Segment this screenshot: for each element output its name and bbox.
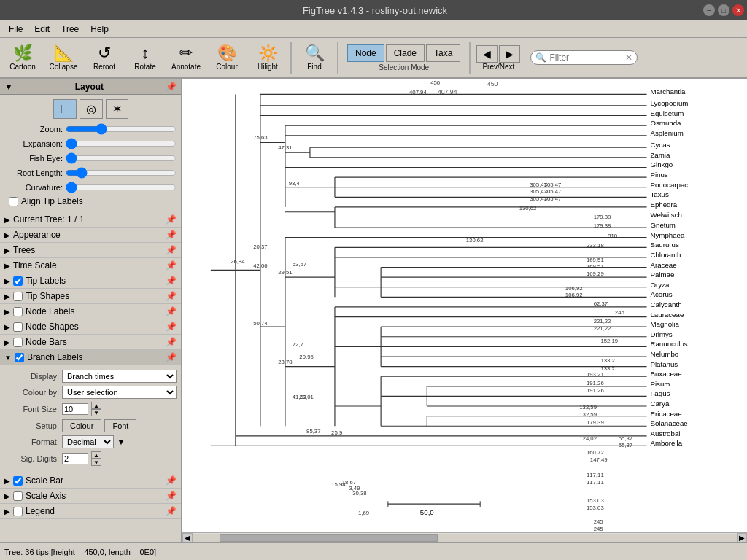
node-shapes-section[interactable]: ▶ Node Shapes 📌	[0, 319, 181, 335]
branch-labels-section-header[interactable]: ▼ Branch Labels 📌	[0, 350, 181, 365]
zoom-slider[interactable]	[66, 123, 177, 135]
colour-button[interactable]: 🎨 Colour	[207, 39, 247, 76]
rotate-button[interactable]: ↕ Rotate	[125, 39, 165, 76]
hilight-button[interactable]: 🔆 Hilight	[248, 39, 287, 76]
svg-text:153,03: 153,03	[587, 505, 604, 511]
node-bars-checkbox[interactable]	[13, 338, 23, 347]
collapse-button[interactable]: 📐 Collapse	[44, 39, 83, 76]
sig-digits-down-button[interactable]: ▼	[91, 459, 101, 466]
statusbar-text: Tree: 36 tips [height = 450,0, length = …	[4, 548, 156, 556]
h-scroll-thumb[interactable]	[220, 534, 437, 542]
expansion-row: Expansion:	[4, 138, 177, 149]
prevnext-buttons: ◀ ▶	[476, 45, 520, 63]
hilight-label: Hilight	[258, 63, 278, 71]
maximize-button[interactable]: □	[718, 4, 729, 16]
svg-text:75,63: 75,63	[253, 134, 267, 141]
reroot-button[interactable]: ↺ Reroot	[85, 39, 124, 76]
svg-text:245: 245	[615, 309, 624, 316]
cartoon-button[interactable]: 🌿 Cartoon	[3, 39, 42, 76]
root-length-slider[interactable]	[66, 167, 177, 179]
branch-labels-checkbox[interactable]	[15, 353, 24, 362]
selection-mode-group: Node Clade Taxa Selection Mode	[347, 44, 460, 71]
taxon-palmae: Palmae	[650, 271, 674, 279]
filter-input[interactable]	[549, 52, 622, 63]
svg-text:152,19: 152,19	[600, 338, 618, 344]
h-scroll-left[interactable]: ◀	[182, 533, 193, 543]
tip-labels-checkbox[interactable]	[13, 276, 23, 286]
font-setup-button[interactable]: Font	[104, 419, 136, 432]
align-tip-labels-checkbox[interactable]	[9, 197, 18, 206]
sig-digits-input[interactable]	[62, 453, 88, 464]
fish-eye-slider[interactable]	[66, 152, 177, 164]
taxon-marchantia: Marchantia	[650, 88, 686, 96]
appearance-section[interactable]: ▶ Appearance 📌	[0, 228, 181, 243]
layout-section-header[interactable]: ▼ Layout 📌	[0, 79, 181, 95]
font-size-down-button[interactable]: ▼	[91, 409, 101, 416]
node-shapes-label: Node Shapes	[26, 322, 79, 332]
legend-pin: 📌	[166, 506, 177, 516]
tree-canvas[interactable]: Marchantia Lycopodium Equisetum Osmunda …	[182, 79, 747, 532]
find-button[interactable]: 🔍 Find	[295, 39, 334, 76]
svg-text:117,11: 117,11	[587, 479, 604, 486]
tip-shapes-section[interactable]: ▶ Tip Shapes 📌	[0, 289, 181, 304]
tip-labels-label: Tip Labels	[26, 276, 66, 286]
minimize-button[interactable]: −	[703, 4, 715, 16]
taxon-buxaceae: Buxaceae	[650, 370, 681, 378]
taxon-pinus: Pinus	[650, 171, 667, 179]
legend-checkbox[interactable]	[13, 507, 23, 516]
colour-icon: 🎨	[217, 45, 237, 61]
display-select[interactable]: Branch times Branch lengths Node ages	[62, 370, 177, 383]
scale-axis-checkbox[interactable]	[13, 491, 23, 501]
sig-digits-up-button[interactable]: ▲	[91, 451, 101, 459]
prevnext-group: ◀ ▶ Prev/Next	[476, 45, 520, 71]
colour-by-select[interactable]: User selection Fixed colour	[62, 386, 177, 399]
legend-section[interactable]: ▶ Legend 📌	[0, 504, 181, 519]
menu-help[interactable]: Help	[85, 23, 115, 36]
time-scale-label: Time Scale	[13, 260, 57, 271]
annotate-button[interactable]: ✏ Annotate	[166, 39, 206, 76]
close-button[interactable]: ✕	[732, 4, 744, 16]
svg-text:28,01: 28,01	[299, 394, 313, 400]
colour-setup-button[interactable]: Colour	[62, 419, 101, 432]
mode-buttons: Node Clade Taxa	[347, 44, 460, 62]
node-labels-checkbox[interactable]	[13, 307, 23, 316]
node-labels-section[interactable]: ▶ Node Labels 📌	[0, 304, 181, 319]
menu-edit[interactable]: Edit	[28, 23, 55, 36]
node-mode-button[interactable]: Node	[347, 44, 384, 62]
format-select[interactable]: Decimal Scientific	[62, 435, 114, 448]
expansion-label: Expansion:	[4, 139, 63, 148]
menu-tree[interactable]: Tree	[55, 23, 85, 36]
next-button[interactable]: ▶	[499, 45, 520, 63]
rectangular-tree-button[interactable]: ⊢	[53, 99, 77, 119]
time-scale-section[interactable]: ▶ Time Scale 📌	[0, 258, 181, 273]
current-tree-section[interactable]: ▶ Current Tree: 1 / 1 📌	[0, 212, 181, 228]
h-scrollbar[interactable]: ◀ ▶	[182, 532, 747, 542]
clade-mode-button[interactable]: Clade	[386, 44, 425, 62]
polar-tree-button[interactable]: ✶	[106, 99, 128, 119]
menu-file[interactable]: File	[3, 23, 28, 36]
expansion-slider[interactable]	[66, 138, 177, 149]
tip-shapes-checkbox[interactable]	[13, 292, 23, 301]
taxon-magnolia: Magnolia	[650, 320, 679, 328]
layout-controls: ⊢ ◎ ✶ Zoom: Expansion: Fish Eye: Root Le…	[0, 95, 181, 212]
node-bars-label: Node Bars	[26, 337, 67, 347]
h-scroll-right[interactable]: ▶	[737, 533, 747, 543]
scale-axis-section[interactable]: ▶ Scale Axis 📌	[0, 489, 181, 504]
tip-labels-section[interactable]: ▶ Tip Labels 📌	[0, 273, 181, 289]
selection-mode-label: Selection Mode	[379, 63, 429, 71]
font-size-up-button[interactable]: ▲	[91, 402, 101, 409]
scale-bar-checkbox[interactable]	[13, 476, 23, 486]
taxon-cycas: Cycas	[650, 141, 670, 149]
font-size-input[interactable]	[62, 403, 88, 415]
taxa-mode-button[interactable]: Taxa	[426, 44, 460, 62]
curvature-slider[interactable]	[66, 182, 177, 193]
filter-clear-button[interactable]: ✕	[625, 52, 632, 63]
prev-button[interactable]: ◀	[476, 45, 498, 63]
node-bars-section[interactable]: ▶ Node Bars 📌	[0, 335, 181, 350]
radial-tree-button[interactable]: ◎	[80, 99, 103, 119]
node-shapes-checkbox[interactable]	[13, 322, 23, 332]
zoom-row: Zoom:	[4, 123, 177, 135]
svg-text:50,74: 50,74	[253, 320, 268, 327]
scale-bar-section[interactable]: ▶ Scale Bar 📌	[0, 473, 181, 489]
trees-section[interactable]: ▶ Trees 📌	[0, 243, 181, 258]
